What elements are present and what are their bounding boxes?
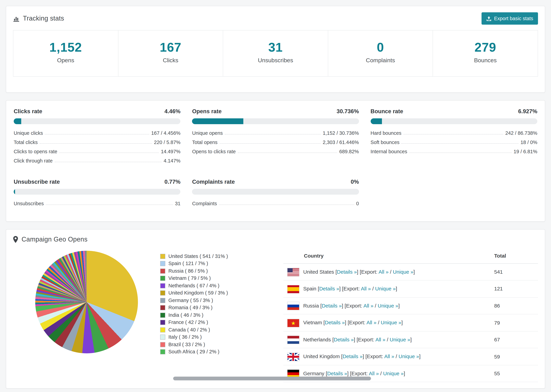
- rate-row: Complaints 0: [192, 199, 359, 208]
- progress-track: [14, 189, 181, 195]
- stat-opens: 1,152 Opens: [13, 30, 118, 76]
- stat-value: 1,152: [13, 41, 118, 55]
- export-all-link[interactable]: All »: [384, 354, 394, 359]
- export-unique-link[interactable]: Unique »: [375, 286, 396, 291]
- rate-row: Unique clicks 167 / 4.456%: [14, 128, 181, 138]
- export-unique-link[interactable]: Unique »: [381, 320, 401, 325]
- legend-label: Vietnam ( 79 / 5% ): [168, 275, 211, 282]
- export-icon: [486, 16, 491, 21]
- pie-wrap: [13, 248, 160, 353]
- legend-swatch: [160, 335, 165, 340]
- legend-item: Germany ( 55 / 3% ): [160, 297, 283, 304]
- country-name: Russia: [303, 303, 319, 308]
- legend-label: Spain ( 121 / 7% ): [168, 260, 208, 267]
- total-value: 67: [491, 331, 538, 348]
- separator: /: [390, 269, 391, 274]
- legend-swatch: [160, 276, 165, 281]
- geo-opens-header: Campaign Geo Opens: [13, 236, 538, 243]
- export-all-link[interactable]: All »: [375, 336, 385, 343]
- legend-swatch: [160, 305, 165, 310]
- country-name: Netherlands: [303, 336, 331, 343]
- country-name: Germany: [303, 371, 324, 376]
- rate-row-value: 1,152 / 30.736%: [323, 130, 359, 136]
- nl-flag-icon: [288, 336, 299, 344]
- total-value: 59: [491, 348, 538, 365]
- details-link[interactable]: Details »: [327, 371, 347, 376]
- legend-item: United States ( 541 / 31% ): [160, 253, 283, 260]
- details-link[interactable]: Details »: [325, 320, 345, 325]
- rate-title: Complaints rate: [192, 178, 235, 185]
- geo-pie-chart: [35, 251, 138, 353]
- bracket-open: [: [323, 320, 325, 325]
- legend-swatch: [160, 268, 165, 274]
- export-unique-link[interactable]: Unique »: [383, 371, 404, 376]
- stat-value: 167: [118, 41, 223, 55]
- export-all-link[interactable]: All »: [361, 286, 371, 291]
- rate-row-label: Soft bounces: [370, 140, 399, 145]
- legend-item: Spain ( 121 / 7% ): [160, 260, 283, 267]
- dashboard-viewport: Tracking stats Export basic stats 1,152 …: [0, 0, 551, 392]
- geo-table: Country Total United States [Details »] …: [283, 248, 538, 382]
- stat-unsubscribes: 31 Unsubscribes: [223, 30, 328, 76]
- export-all-link[interactable]: All »: [369, 371, 379, 376]
- export-all-link[interactable]: All »: [367, 320, 376, 325]
- details-link[interactable]: Details »: [334, 336, 354, 343]
- legend-swatch: [160, 320, 165, 325]
- table-row: Vietnam [Details »] [Export: All » / Uni…: [283, 314, 538, 331]
- legend-label: Russia ( 86 / 5% ): [168, 267, 208, 275]
- legend-swatch: [160, 327, 165, 332]
- rate-row: Total clicks 220 / 5.87%: [14, 138, 181, 147]
- table-header-row: Country Total: [283, 248, 538, 263]
- rate-row-value: 19 / 6.81%: [514, 149, 537, 154]
- legend-item: United Kingdom ( 59 / 3% ): [160, 289, 283, 297]
- legend-item: Russia ( 86 / 5% ): [160, 267, 283, 275]
- rate-row: Soft bounces 18 / 0%: [370, 138, 537, 147]
- tracking-stats-title-row: Tracking stats: [13, 15, 64, 22]
- rates-grid: Clicks rate 4.46% Unique clicks 167 / 4.…: [13, 106, 538, 215]
- progress-track: [14, 118, 181, 124]
- bounce-rate-panel: Bounce rate 6.927% Hard bounces 242 / 86…: [370, 108, 537, 165]
- export-unique-link[interactable]: Unique »: [378, 303, 398, 308]
- legend-item: Vietnam ( 79 / 5% ): [160, 275, 283, 282]
- legend-item: Romania ( 49 / 3% ): [160, 304, 283, 311]
- export-unique-link[interactable]: Unique »: [399, 354, 419, 359]
- es-flag-icon: [288, 285, 299, 293]
- legend-label: Italy ( 36 / 2% ): [168, 334, 202, 341]
- export-label: [Export:: [348, 320, 365, 325]
- export-unique-link[interactable]: Unique »: [390, 336, 410, 343]
- details-link[interactable]: Details »: [343, 354, 363, 359]
- bracket-close: ]: [401, 320, 403, 325]
- separator: /: [396, 354, 397, 359]
- bracket-close: ]: [357, 269, 358, 274]
- export-all-link[interactable]: All »: [379, 269, 389, 274]
- legend-swatch: [160, 283, 165, 288]
- bar-chart-icon: [13, 15, 20, 22]
- bracket-close: ]: [345, 320, 346, 325]
- details-link[interactable]: Details »: [319, 286, 339, 291]
- legend-item: Brazil ( 33 / 2% ): [160, 341, 283, 348]
- bracket-open: [: [318, 286, 319, 291]
- details-link[interactable]: Details »: [337, 269, 357, 274]
- dotted-leader: [219, 143, 321, 144]
- legend-swatch: [160, 298, 165, 303]
- country-name: United Kingdom: [303, 354, 340, 359]
- rate-row-label: Unique clicks: [14, 130, 43, 136]
- country-name: Spain: [303, 286, 316, 291]
- export-unique-link[interactable]: Unique »: [393, 269, 413, 274]
- legend-item: France ( 42 / 2% ): [160, 319, 283, 326]
- bracket-close: ]: [396, 286, 397, 291]
- table-row: Spain [Details »] [Export: All » / Uniqu…: [283, 280, 538, 297]
- export-all-link[interactable]: All »: [363, 303, 373, 308]
- stat-bounces: 279 Bounces: [433, 30, 538, 76]
- tracking-stats-card: Tracking stats Export basic stats 1,152 …: [6, 6, 545, 92]
- stats-row: 1,152 Opens 167 Clicks 31 Unsubscribes 0…: [13, 30, 538, 77]
- country-name: Vietnam: [303, 320, 322, 325]
- details-link[interactable]: Details »: [322, 303, 342, 308]
- rate-row: Hard bounces 242 / 86.738%: [370, 128, 537, 138]
- export-basic-stats-button[interactable]: Export basic stats: [481, 12, 538, 25]
- country-name: United States: [303, 269, 334, 274]
- bracket-close: ]: [410, 336, 411, 343]
- export-label: [Export:: [357, 336, 374, 343]
- table-row: United States [Details »] [Export: All »…: [283, 263, 538, 280]
- horizontal-scrollbar-thumb[interactable]: [173, 377, 371, 380]
